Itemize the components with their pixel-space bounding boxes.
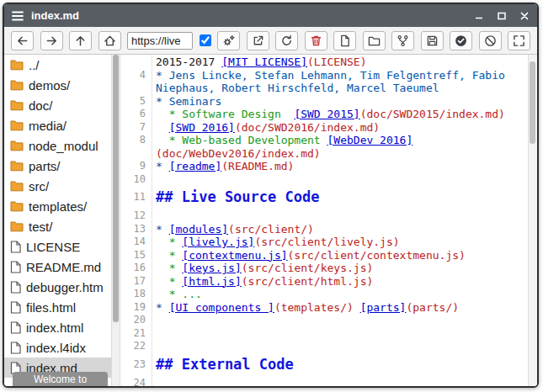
- sidebar-item-readme-md[interactable]: README.md: [4, 257, 111, 277]
- code-line[interactable]: 12: [120, 209, 537, 223]
- code-line[interactable]: 7 [SWD 2016](doc/SWD2016/index.md): [120, 121, 537, 135]
- home-button[interactable]: [98, 31, 121, 50]
- sidebar-item-license[interactable]: LICENSE: [4, 236, 111, 257]
- forward-arrow-icon: [45, 34, 58, 47]
- file-icon: [338, 34, 351, 47]
- line-number: 17: [120, 275, 152, 289]
- sidebar-item-[interactable]: ../: [4, 55, 111, 75]
- code-line[interactable]: 19* [UI components ](templates/) [parts]…: [120, 301, 537, 315]
- file-icon: [10, 342, 21, 354]
- sidebar-item-index-l4idx[interactable]: index.l4idx: [4, 337, 111, 358]
- line-number: 15: [120, 249, 152, 262]
- code-text: * Software Design [SWD 2015](doc/SWD2015…: [152, 108, 505, 121]
- up-button[interactable]: [69, 31, 92, 50]
- code-line[interactable]: 8 * Web-based Development [WebDev 2016]: [120, 134, 537, 147]
- line-number: 22: [120, 340, 152, 353]
- code-line[interactable]: 14 * [lively.js](src/client/lively.js): [120, 236, 537, 249]
- code-line[interactable]: (doc/WebDev2016/index.md): [120, 147, 537, 161]
- forward-button[interactable]: [40, 31, 63, 50]
- code-line[interactable]: 22: [120, 340, 537, 353]
- code-line[interactable]: 18 * ...: [120, 288, 537, 301]
- line-number: 18: [120, 288, 152, 301]
- auto-sync-checkbox[interactable]: [200, 34, 211, 46]
- code-text: ## External Code: [152, 353, 294, 377]
- editor-scrollbar-thumb[interactable]: [530, 61, 535, 144]
- sidebar-item-label: files.html: [26, 300, 76, 315]
- line-number: 20: [120, 314, 152, 327]
- sidebar-item-index-html[interactable]: index.html: [4, 317, 111, 337]
- git-branch-icon: [397, 34, 409, 47]
- line-number: 24: [120, 377, 152, 387]
- code-text: * [lively.js](src/client/lively.js): [152, 236, 400, 249]
- home-icon: [104, 34, 116, 47]
- open-external-button[interactable]: [247, 31, 269, 50]
- sidebar-item-label: demos/: [29, 78, 70, 93]
- folder-icon: [10, 160, 24, 172]
- sidebar-item-files-html[interactable]: files.html: [4, 297, 111, 317]
- code-line[interactable]: 6 * Software Design [SWD 2015](doc/SWD20…: [120, 108, 537, 121]
- sidebar-item-demos[interactable]: demos/: [4, 75, 111, 95]
- folder-button[interactable]: [363, 31, 386, 50]
- line-number: 11: [120, 186, 152, 209]
- code-text: 2015-2017 [MIT LICENSE](LICENSE): [152, 56, 366, 69]
- folder-icon: [10, 140, 24, 151]
- markdown-editor[interactable]: 2015-2017 [MIT LICENSE](LICENSE)4* Jens …: [120, 55, 537, 386]
- code-line[interactable]: 17 * [html.js](src/client/html.js): [120, 275, 537, 289]
- delete-button[interactable]: [305, 31, 327, 50]
- sidebar-item-templates[interactable]: templates/: [4, 196, 111, 216]
- folder-icon: [10, 119, 24, 131]
- code-text: * [modules](src/client/): [152, 223, 314, 236]
- code-line[interactable]: 16 * [keys.js](src/client/keys.js): [120, 262, 537, 275]
- code-text: * Jens Lincke, Stefan Lehmann, Tim Felge…: [152, 69, 505, 82]
- code-line[interactable]: 21: [120, 327, 537, 341]
- sidebar-item-doc[interactable]: doc/: [4, 95, 111, 115]
- code-line[interactable]: 4* Jens Lincke, Stefan Lehmann, Tim Felg…: [120, 69, 537, 82]
- line-number: 21: [120, 327, 152, 341]
- code-line[interactable]: 20: [120, 314, 537, 327]
- code-line[interactable]: 15 * [contextmenu.js](src/client/context…: [120, 249, 537, 262]
- minimize-button[interactable]: [474, 11, 484, 21]
- sidebar-scrollbar-thumb[interactable]: [113, 55, 119, 322]
- fullscreen-button[interactable]: [508, 31, 530, 50]
- sidebar-item-media[interactable]: media/: [4, 115, 111, 135]
- titlebar[interactable]: index.md: [4, 4, 537, 27]
- maximize-button[interactable]: [497, 11, 507, 21]
- folder-icon: [10, 79, 24, 91]
- sidebar-item-label: src/: [29, 179, 49, 193]
- code-text: [152, 314, 156, 327]
- line-number: 10: [120, 173, 152, 187]
- back-button[interactable]: [11, 31, 34, 50]
- code-line[interactable]: 10: [120, 173, 537, 187]
- code-line[interactable]: 11## Live Source Code: [120, 186, 537, 209]
- folder-icon: [10, 180, 24, 192]
- hamburger-menu-icon[interactable]: [12, 11, 24, 21]
- url-input[interactable]: [127, 32, 193, 50]
- code-line[interactable]: 24: [120, 377, 537, 387]
- sidebar-item-debugger-htm[interactable]: debugger.htm: [4, 277, 111, 297]
- code-line[interactable]: 9* [readme](README.md): [120, 160, 537, 173]
- code-line[interactable]: 23## External Code: [120, 353, 537, 377]
- new-file-button[interactable]: [333, 31, 356, 50]
- welcome-tooltip: Welcome to: [13, 372, 108, 386]
- code-text: Niephaus, Robert Hirschfeld, Marcel Taeu…: [152, 82, 439, 95]
- sidebar-item-src[interactable]: src/: [4, 176, 111, 196]
- git-branch-button[interactable]: [391, 31, 414, 50]
- settings-button[interactable]: [217, 31, 240, 50]
- code-line[interactable]: Niephaus, Robert Hirschfeld, Marcel Taeu…: [120, 82, 537, 95]
- sidebar-item-test[interactable]: test/: [4, 216, 111, 236]
- refresh-button[interactable]: [275, 31, 298, 50]
- sidebar-item-parts[interactable]: parts/: [4, 156, 111, 176]
- main-area: ../demos/doc/media/node_modulparts/src/t…: [4, 55, 537, 386]
- code-line[interactable]: 13* [modules](src/client/): [120, 223, 537, 236]
- up-arrow-icon: [74, 34, 87, 47]
- save-button[interactable]: [421, 31, 444, 50]
- accept-button[interactable]: [450, 31, 472, 50]
- code-line[interactable]: 2015-2017 [MIT LICENSE](LICENSE): [120, 56, 537, 69]
- close-button[interactable]: [519, 11, 530, 21]
- sidebar-item-node-modul[interactable]: node_modul: [4, 135, 111, 156]
- code-line[interactable]: 5* Seminars: [120, 95, 537, 109]
- file-icon: [10, 261, 21, 273]
- window-controls: [474, 11, 530, 21]
- editor-scrollbar: [528, 55, 537, 386]
- cancel-button[interactable]: [479, 31, 502, 50]
